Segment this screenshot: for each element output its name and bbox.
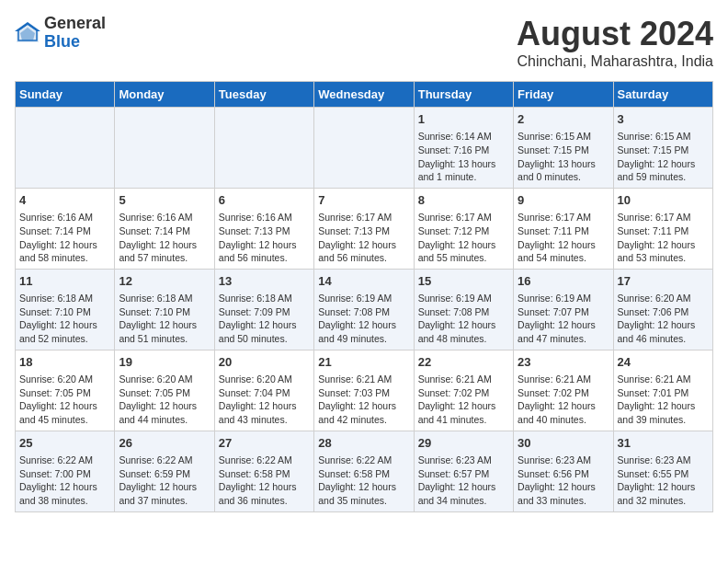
- day-info: Daylight: 12 hours: [19, 238, 110, 252]
- day-info: and 59 minutes.: [618, 170, 709, 184]
- day-info: Daylight: 12 hours: [119, 399, 210, 413]
- calendar-cell: 27Sunrise: 6:22 AMSunset: 6:58 PMDayligh…: [214, 431, 313, 511]
- calendar-cell: 24Sunrise: 6:21 AMSunset: 7:01 PMDayligh…: [613, 350, 712, 431]
- day-number: 7: [318, 192, 409, 209]
- day-info: Sunrise: 6:20 AM: [219, 373, 310, 386]
- day-info: Daylight: 13 hours: [518, 157, 609, 171]
- calendar-cell: 6Sunrise: 6:16 AMSunset: 7:13 PMDaylight…: [214, 188, 313, 269]
- day-number: 21: [318, 354, 409, 371]
- sub-title: Chinchani, Maharashtra, India: [517, 53, 713, 70]
- day-info: Sunset: 7:05 PM: [119, 386, 210, 400]
- header-row: SundayMondayTuesdayWednesdayThursdayFrid…: [16, 82, 713, 108]
- day-info: Daylight: 12 hours: [518, 399, 609, 413]
- calendar-cell: 26Sunrise: 6:22 AMSunset: 6:59 PMDayligh…: [115, 431, 214, 511]
- day-info: Sunrise: 6:20 AM: [618, 292, 709, 305]
- day-info: and 40 minutes.: [518, 413, 609, 427]
- day-info: Sunset: 6:58 PM: [318, 467, 409, 481]
- day-info: Daylight: 12 hours: [518, 238, 609, 252]
- day-info: and 35 minutes.: [318, 494, 409, 508]
- day-number: 29: [418, 435, 509, 452]
- day-number: 30: [518, 435, 609, 452]
- day-info: Sunset: 6:58 PM: [219, 467, 310, 481]
- day-info: Sunset: 6:55 PM: [618, 467, 709, 481]
- calendar-cell: 13Sunrise: 6:18 AMSunset: 7:09 PMDayligh…: [214, 269, 313, 350]
- header-day: Tuesday: [214, 82, 313, 108]
- day-info: Sunrise: 6:16 AM: [19, 211, 110, 224]
- logo: General Blue: [15, 15, 106, 52]
- day-info: and 33 minutes.: [518, 494, 609, 508]
- day-number: 4: [19, 192, 110, 209]
- day-info: Sunrise: 6:17 AM: [418, 211, 509, 224]
- calendar-cell: 30Sunrise: 6:23 AMSunset: 6:56 PMDayligh…: [514, 431, 613, 511]
- week-row: 11Sunrise: 6:18 AMSunset: 7:10 PMDayligh…: [16, 269, 713, 350]
- day-info: Sunset: 7:01 PM: [618, 386, 709, 400]
- day-number: 3: [618, 111, 709, 128]
- day-info: Daylight: 12 hours: [618, 480, 709, 494]
- day-info: Sunrise: 6:18 AM: [119, 292, 210, 305]
- day-info: and 39 minutes.: [618, 413, 709, 427]
- day-info: and 34 minutes.: [418, 494, 509, 508]
- day-info: Sunrise: 6:21 AM: [518, 373, 609, 386]
- day-info: Sunrise: 6:21 AM: [418, 373, 509, 386]
- day-info: Sunrise: 6:22 AM: [19, 454, 110, 467]
- calendar-cell: 9Sunrise: 6:17 AMSunset: 7:11 PMDaylight…: [514, 188, 613, 269]
- day-info: and 58 minutes.: [19, 251, 110, 265]
- day-info: Sunrise: 6:18 AM: [219, 292, 310, 305]
- day-info: Daylight: 12 hours: [318, 399, 409, 413]
- day-info: Sunset: 7:13 PM: [318, 224, 409, 238]
- day-info: Sunrise: 6:20 AM: [119, 373, 210, 386]
- day-info: Daylight: 12 hours: [219, 399, 310, 413]
- calendar-cell: 23Sunrise: 6:21 AMSunset: 7:02 PMDayligh…: [514, 350, 613, 431]
- calendar-cell: 18Sunrise: 6:20 AMSunset: 7:05 PMDayligh…: [16, 350, 115, 431]
- day-number: 28: [318, 435, 409, 452]
- day-info: Daylight: 12 hours: [119, 318, 210, 332]
- day-info: Sunset: 7:02 PM: [518, 386, 609, 400]
- calendar-cell: 11Sunrise: 6:18 AMSunset: 7:10 PMDayligh…: [16, 269, 115, 350]
- day-info: Daylight: 12 hours: [318, 318, 409, 332]
- day-number: 26: [119, 435, 210, 452]
- day-number: 24: [618, 354, 709, 371]
- day-number: 1: [418, 111, 509, 128]
- day-info: and 46 minutes.: [618, 332, 709, 346]
- day-info: Daylight: 12 hours: [618, 157, 709, 171]
- day-info: Sunrise: 6:23 AM: [518, 454, 609, 467]
- day-info: Sunrise: 6:21 AM: [618, 373, 709, 386]
- day-info: and 54 minutes.: [518, 251, 609, 265]
- day-number: 16: [518, 273, 609, 290]
- day-info: Sunset: 7:12 PM: [418, 224, 509, 238]
- day-info: Daylight: 12 hours: [618, 238, 709, 252]
- day-info: and 43 minutes.: [219, 413, 310, 427]
- day-info: Sunrise: 6:22 AM: [119, 454, 210, 467]
- week-row: 4Sunrise: 6:16 AMSunset: 7:14 PMDaylight…: [16, 188, 713, 269]
- day-info: and 37 minutes.: [119, 494, 210, 508]
- day-info: Sunset: 7:10 PM: [119, 305, 210, 319]
- day-info: Sunset: 6:59 PM: [119, 467, 210, 481]
- day-info: Daylight: 12 hours: [19, 399, 110, 413]
- day-info: Sunset: 7:09 PM: [219, 305, 310, 319]
- day-info: Sunrise: 6:20 AM: [19, 373, 110, 386]
- day-info: and 45 minutes.: [19, 413, 110, 427]
- calendar-cell: 7Sunrise: 6:17 AMSunset: 7:13 PMDaylight…: [314, 188, 414, 269]
- day-info: and 48 minutes.: [418, 332, 509, 346]
- day-info: Sunrise: 6:22 AM: [219, 454, 310, 467]
- day-number: 13: [219, 273, 310, 290]
- day-info: Sunrise: 6:23 AM: [618, 454, 709, 467]
- day-info: Daylight: 12 hours: [219, 238, 310, 252]
- day-number: 23: [518, 354, 609, 371]
- week-row: 18Sunrise: 6:20 AMSunset: 7:05 PMDayligh…: [16, 350, 713, 431]
- day-info: and 50 minutes.: [219, 332, 310, 346]
- day-info: and 0 minutes.: [518, 170, 609, 184]
- day-number: 9: [518, 192, 609, 209]
- calendar-cell: 22Sunrise: 6:21 AMSunset: 7:02 PMDayligh…: [414, 350, 513, 431]
- calendar-cell: 8Sunrise: 6:17 AMSunset: 7:12 PMDaylight…: [414, 188, 513, 269]
- day-info: Sunrise: 6:17 AM: [318, 211, 409, 224]
- day-info: Sunset: 7:15 PM: [518, 144, 609, 157]
- day-info: Sunrise: 6:21 AM: [318, 373, 409, 386]
- day-info: Sunset: 7:05 PM: [19, 386, 110, 400]
- day-info: Sunrise: 6:19 AM: [518, 292, 609, 305]
- day-info: and 52 minutes.: [19, 332, 110, 346]
- day-number: 6: [219, 192, 310, 209]
- calendar-cell: [214, 108, 313, 189]
- day-info: Daylight: 12 hours: [119, 480, 210, 494]
- day-number: 12: [119, 273, 210, 290]
